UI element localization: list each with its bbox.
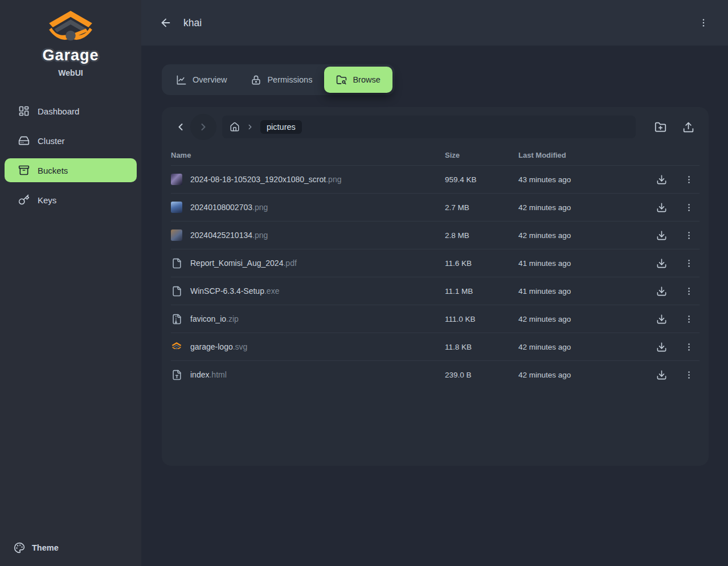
sidebar-item-label: Dashboard [38, 106, 79, 116]
file-modified: 41 minutes ago [518, 259, 651, 268]
breadcrumb-segment[interactable]: pictures [260, 120, 302, 134]
sidebar-item-keys[interactable]: Keys [5, 188, 137, 212]
download-icon [656, 286, 667, 297]
bucket-title: khai [183, 17, 202, 29]
zip-file-icon [171, 313, 182, 325]
header-menu-button[interactable] [698, 18, 709, 28]
tab-label: Permissions [267, 75, 312, 84]
kebab-menu-icon [684, 342, 694, 352]
download-button[interactable] [655, 341, 668, 353]
nav-back-button[interactable] [171, 117, 190, 137]
file-size: 111.0 KB [445, 315, 518, 323]
garage-logo-icon [46, 9, 96, 46]
kebab-menu-icon [684, 203, 694, 212]
buckets-icon [18, 165, 30, 176]
row-menu-button[interactable] [682, 173, 695, 186]
file-name[interactable]: favicon_io.zip [190, 314, 239, 323]
download-icon [656, 202, 667, 213]
browser-toolbar: pictures [171, 113, 700, 141]
lock-icon [251, 75, 261, 85]
download-button[interactable] [655, 173, 668, 186]
kebab-menu-icon [684, 231, 694, 240]
sidebar-item-buckets[interactable]: Buckets [5, 158, 137, 182]
row-menu-button[interactable] [682, 285, 695, 297]
file-modified: 42 minutes ago [518, 343, 651, 351]
theme-toggle[interactable]: Theme [0, 531, 141, 566]
theme-label: Theme [32, 543, 59, 552]
sidebar-item-dashboard[interactable]: Dashboard [5, 99, 137, 123]
tab-browse[interactable]: Browse [324, 67, 392, 93]
row-menu-button[interactable] [682, 368, 695, 381]
folder-search-icon [336, 75, 347, 85]
file-name[interactable]: 2024-08-18-105203_1920x1080_scrot.png [190, 175, 341, 184]
file-name[interactable]: 20240425210134.png [190, 231, 268, 240]
bucket-content: Overview Permissions Browse [141, 46, 728, 466]
file-size: 11.8 KB [445, 343, 518, 351]
file-modified: 43 minutes ago [518, 175, 651, 184]
table-row[interactable]: 20240108002703.png 2.7 MB 42 minutes ago [171, 193, 700, 221]
download-icon [656, 230, 667, 241]
download-button[interactable] [655, 313, 668, 325]
table-row[interactable]: WinSCP-6.3.4-Setup.exe 11.1 MB 41 minute… [171, 277, 700, 305]
nav-forward-button[interactable] [190, 114, 216, 140]
download-button[interactable] [655, 257, 668, 269]
file-size: 2.7 MB [445, 203, 518, 212]
table-row[interactable]: 20240425210134.png 2.8 MB 42 minutes ago [171, 221, 700, 249]
upload-button[interactable] [677, 116, 700, 138]
file-size: 11.6 KB [445, 259, 518, 268]
home-icon[interactable] [230, 122, 240, 132]
table-row[interactable]: 2024-08-18-105203_1920x1080_scrot.png 95… [171, 165, 700, 193]
html-file-icon [171, 369, 182, 380]
file-name[interactable]: index.html [190, 370, 227, 379]
file-size: 959.4 KB [445, 175, 518, 184]
row-menu-button[interactable] [682, 313, 695, 325]
download-button[interactable] [655, 285, 668, 297]
tab-permissions[interactable]: Permissions [239, 67, 324, 93]
kebab-menu-icon [684, 314, 694, 324]
download-icon [656, 370, 667, 380]
download-button[interactable] [655, 201, 668, 214]
file-name[interactable]: 20240108002703.png [190, 203, 268, 212]
bucket-tabs: Overview Permissions Browse [162, 64, 395, 95]
download-icon [656, 258, 667, 269]
file-name[interactable]: Report_Komisi_Aug_2024.pdf [190, 259, 297, 268]
download-button[interactable] [655, 368, 668, 381]
chevron-right-icon [246, 123, 254, 131]
garage-logo-thumbnail [171, 341, 182, 352]
row-menu-button[interactable] [682, 229, 695, 241]
new-folder-button[interactable] [649, 116, 672, 138]
keys-icon [18, 194, 30, 206]
download-button[interactable] [655, 229, 668, 241]
app-logo: Garage WebUI [0, 0, 141, 77]
chart-icon [176, 75, 187, 85]
sidebar-item-cluster[interactable]: Cluster [5, 129, 137, 153]
row-menu-button[interactable] [682, 341, 695, 353]
row-menu-button[interactable] [682, 257, 695, 269]
table-row[interactable]: index.html 239.0 B 42 minutes ago [171, 360, 700, 388]
file-name[interactable]: WinSCP-6.3.4-Setup.exe [190, 286, 279, 296]
file-table: Name Size Last Modified 2024-08-18-10520… [171, 145, 700, 388]
table-row[interactable]: favicon_io.zip 111.0 KB 42 minutes ago [171, 305, 700, 333]
upload-icon [682, 121, 694, 133]
back-button[interactable] [159, 17, 172, 29]
row-menu-button[interactable] [682, 201, 695, 214]
file-modified: 41 minutes ago [518, 287, 651, 296]
kebab-menu-icon [684, 175, 694, 184]
table-row[interactable]: garage-logo.svg 11.8 KB 42 minutes ago [171, 333, 700, 360]
file-modified: 42 minutes ago [518, 231, 651, 240]
kebab-menu-icon [684, 370, 694, 380]
folder-plus-icon [655, 121, 666, 133]
sidebar-nav: Dashboard Cluster Buckets Keys [0, 93, 141, 218]
file-icon [171, 285, 182, 297]
image-thumbnail-3 [171, 229, 182, 241]
column-name: Name [171, 151, 445, 159]
file-size: 2.8 MB [445, 231, 518, 240]
kebab-menu-icon [684, 286, 694, 296]
column-size: Size [445, 151, 518, 159]
cluster-icon [18, 135, 30, 146]
file-name[interactable]: garage-logo.svg [190, 342, 247, 351]
tab-overview[interactable]: Overview [164, 67, 239, 93]
table-row[interactable]: Report_Komisi_Aug_2024.pdf 11.6 KB 41 mi… [171, 249, 700, 277]
chevron-right-icon [198, 121, 209, 133]
tab-label: Overview [193, 75, 227, 84]
